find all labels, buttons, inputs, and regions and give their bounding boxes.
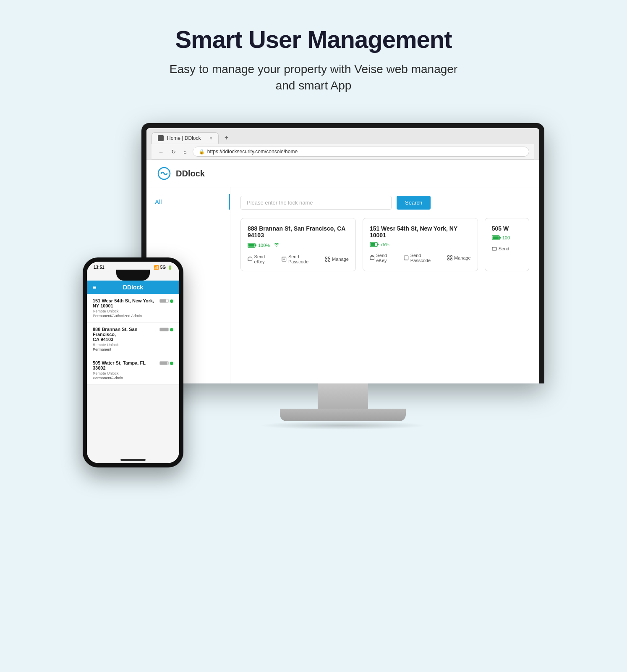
search-placeholder: Please enter the lock name xyxy=(247,200,313,206)
phone-item-2-sub: Remote Unlock xyxy=(93,343,173,347)
phone-status-dot-3 xyxy=(170,362,173,365)
manage-1-label: Manage xyxy=(332,257,349,262)
phone-battery-bar-3 xyxy=(159,361,169,365)
svg-rect-13 xyxy=(326,260,327,262)
send-ekey-2[interactable]: Send eKey xyxy=(370,253,398,263)
phone-list-item-3[interactable]: 505 Water St, Tampa, FL 33602 Remote Unl… xyxy=(87,356,179,385)
webapp-body: All Please enter the lock name Search xyxy=(146,187,539,383)
send-3[interactable]: Send xyxy=(492,246,509,251)
battery-indicator-1: 100% xyxy=(248,243,270,248)
browser-tab[interactable]: Home | DDlock × xyxy=(152,132,219,144)
send-ekey-1[interactable]: Send eKey xyxy=(248,254,276,264)
phone-list-item-2[interactable]: 888 Brannan St, San Francisco,CA 94103 R… xyxy=(87,323,179,356)
phone-battery-inner-2 xyxy=(160,328,168,331)
phone-battery-inner-1 xyxy=(160,299,166,302)
svg-rect-25 xyxy=(499,237,501,239)
phone-item-3-sub: Remote Unlock xyxy=(93,371,173,375)
send-ekey-1-label: Send eKey xyxy=(254,254,276,264)
phone-signal-label: 5G xyxy=(160,265,166,270)
svg-rect-1 xyxy=(161,136,163,138)
svg-rect-17 xyxy=(370,243,375,246)
phone-status-dot-2 xyxy=(170,328,173,331)
svg-rect-2 xyxy=(158,139,160,141)
back-button[interactable]: ← xyxy=(157,148,165,156)
home-button[interactable]: ⌂ xyxy=(182,148,188,156)
monitor-neck xyxy=(318,383,368,409)
svg-rect-12 xyxy=(329,257,330,259)
send-3-label: Send xyxy=(499,246,509,251)
phone-status-dot-1 xyxy=(170,299,173,303)
subtitle-line2: and smart App xyxy=(276,79,352,92)
phone-app-header: ≡ DDlock xyxy=(87,281,179,294)
lock-card-1-actions: Send eKey ## Send Passcode xyxy=(248,254,349,264)
phone-battery-icon: 🔋 xyxy=(167,265,172,270)
monitor-base xyxy=(280,409,406,421)
battery-indicator-2: 75% xyxy=(370,242,389,247)
wifi-icon-1 xyxy=(273,242,280,248)
manage-2-label: Manage xyxy=(454,255,471,260)
phone-status-right: 📶 5G 🔋 xyxy=(154,265,172,270)
lock-card-1-status: 100% xyxy=(248,242,349,248)
send-passcode-1[interactable]: ## Send Passcode xyxy=(282,254,319,264)
phone-status-bar: 13:51 📶 5G 🔋 xyxy=(87,262,179,270)
browser-chrome: Home | DDlock × + ← ↻ ⌂ 🔒 https://ddlock… xyxy=(146,128,539,160)
phone-item-3-status xyxy=(159,361,173,365)
battery-pct-2: 75% xyxy=(380,242,389,247)
address-bar[interactable]: 🔒 https://ddlocksecurity.com/console/hom… xyxy=(193,147,529,157)
lock-card-2-actions: Send eKey Send Passcode Ma xyxy=(370,253,471,263)
battery-pct-3: 100 xyxy=(502,235,510,240)
battery-pct-1: 100% xyxy=(258,243,270,248)
webapp-logo-icon xyxy=(157,166,172,181)
manage-2[interactable]: Manage xyxy=(447,253,471,263)
page-title: Smart User Management xyxy=(175,25,452,53)
svg-rect-20 xyxy=(447,256,449,257)
lock-card-2-address: 151 Wesr 54th St, New York, NY 10001 xyxy=(370,225,471,239)
phone: 13:51 📶 5G 🔋 ≡ DDlock xyxy=(83,257,183,467)
phone-item-1-type: Permanent/Authorized Admin xyxy=(93,314,173,318)
svg-rect-26 xyxy=(492,236,499,239)
lock-card-2: 151 Wesr 54th St, New York, NY 10001 xyxy=(363,218,478,271)
browser-toolbar: ← ↻ ⌂ 🔒 https://ddlocksecurity.com/conso… xyxy=(152,144,534,160)
search-button[interactable]: Search xyxy=(397,196,431,210)
browser-tabs: Home | DDlock × + xyxy=(152,131,534,144)
lock-cards: 888 Brannan St, San Francisco, CA 94103 xyxy=(240,218,529,271)
svg-rect-7 xyxy=(248,244,255,247)
tab-favicon-icon xyxy=(158,135,164,141)
svg-rect-18 xyxy=(370,257,374,260)
tab-close-icon[interactable]: × xyxy=(210,136,212,141)
sidebar-item-all[interactable]: All xyxy=(146,194,230,210)
battery-indicator-3: 100 xyxy=(492,235,510,240)
phone-item-2-status xyxy=(159,328,173,331)
phone-list-item-1[interactable]: 151 Wesr 54th St, New York,NY 10001 Remo… xyxy=(87,294,179,323)
address-url: https://ddlocksecurity.com/console/home xyxy=(207,149,298,155)
phone-outer: 13:51 📶 5G 🔋 ≡ DDlock xyxy=(83,257,183,467)
new-tab-button[interactable]: + xyxy=(220,131,233,144)
svg-rect-14 xyxy=(329,260,330,262)
svg-rect-23 xyxy=(450,259,452,260)
page-subtitle: Easy to manage your property with Veise … xyxy=(170,61,457,94)
tab-label: Home | DDlock xyxy=(167,135,201,141)
lock-search-input[interactable]: Please enter the lock name xyxy=(240,196,392,210)
phone-item-2-type: Permanent xyxy=(93,347,173,352)
svg-rect-8 xyxy=(248,258,252,261)
phone-item-3-type: Permanent/Admin xyxy=(93,376,173,380)
phone-screen: 13:51 📶 5G 🔋 ≡ DDlock xyxy=(87,262,179,463)
svg-rect-22 xyxy=(447,259,449,260)
webapp-content: DDlock All Please enter the lock name Se… xyxy=(146,160,539,383)
webapp-brand: DDlock xyxy=(176,169,205,178)
phone-notch xyxy=(116,270,150,281)
monitor-shadow xyxy=(259,421,427,430)
monitor: Home | DDlock × + ← ↻ ⌂ 🔒 https://ddlock… xyxy=(141,123,544,425)
lock-card-1-address: 888 Brannan St, San Francisco, CA 94103 xyxy=(248,225,349,239)
lock-card-3-address: 505 W xyxy=(492,225,522,232)
send-passcode-2[interactable]: Send Passcode xyxy=(404,253,442,263)
phone-menu-icon[interactable]: ≡ xyxy=(93,284,96,291)
svg-rect-3 xyxy=(161,139,163,141)
refresh-button[interactable]: ↻ xyxy=(170,148,178,156)
lock-card-3-status: 100 xyxy=(492,235,522,240)
manage-1[interactable]: Manage xyxy=(325,254,349,264)
svg-text:##: ## xyxy=(283,258,286,261)
svg-rect-27 xyxy=(492,247,496,250)
phone-list: 151 Wesr 54th St, New York,NY 10001 Remo… xyxy=(87,294,179,385)
webapp-header: DDlock xyxy=(146,160,539,187)
